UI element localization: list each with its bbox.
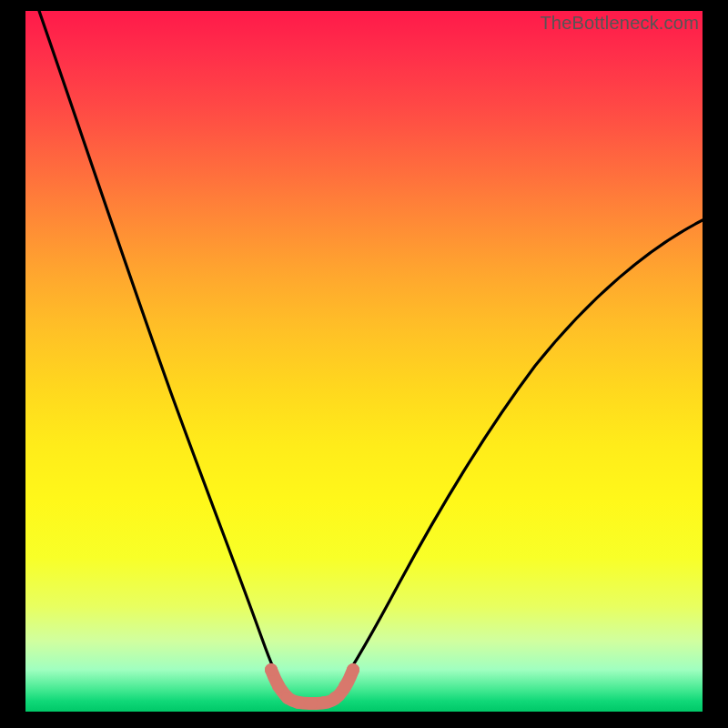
svg-point-4 [305, 697, 318, 710]
svg-point-7 [339, 680, 351, 693]
svg-point-0 [265, 663, 278, 676]
svg-point-2 [281, 692, 294, 704]
svg-point-8 [347, 663, 359, 676]
chart-container: TheBottleneck.com [0, 0, 728, 728]
svg-point-5 [318, 696, 330, 709]
watermark-text: TheBottleneck.com [540, 13, 699, 34]
chart-svg [25, 11, 703, 712]
svg-point-6 [329, 692, 341, 704]
plot-area [25, 11, 703, 712]
svg-point-1 [272, 680, 285, 693]
curve-left [39, 11, 285, 692]
highlight-dots [265, 663, 359, 710]
curve-right [337, 220, 703, 692]
svg-point-3 [292, 696, 305, 709]
